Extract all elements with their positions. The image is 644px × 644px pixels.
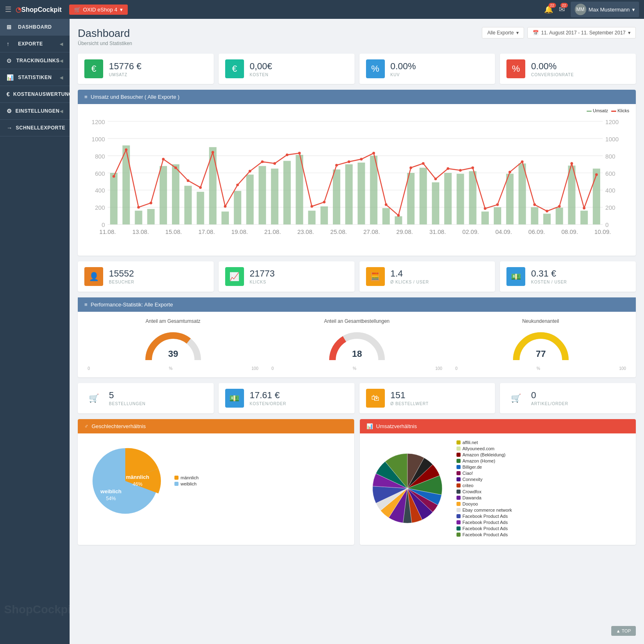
svg-text:400: 400 bbox=[606, 187, 615, 194]
svg-text:600: 600 bbox=[606, 170, 615, 177]
svg-rect-39 bbox=[333, 170, 340, 224]
besucher-label: BESUCHER bbox=[109, 280, 134, 284]
svg-point-84 bbox=[199, 186, 201, 188]
svg-rect-40 bbox=[345, 164, 353, 224]
svg-point-96 bbox=[348, 161, 350, 163]
svg-point-109 bbox=[508, 171, 511, 173]
exporte-icon: ↑ bbox=[7, 41, 15, 47]
date-range-button[interactable]: 📅 11. August 2017 - 11. September 2017 ▾ bbox=[527, 27, 636, 39]
svg-rect-50 bbox=[469, 171, 477, 224]
svg-rect-47 bbox=[432, 182, 439, 224]
bestellungen-value: 5 bbox=[109, 390, 146, 401]
bar-chart-area: 1200120010001000800800600600400400200200… bbox=[84, 115, 629, 249]
notification-badge: 22 bbox=[549, 3, 556, 8]
umsatz-pie-header: 📊 Umsatzverhältnis bbox=[360, 419, 636, 433]
svg-rect-56 bbox=[543, 214, 551, 224]
svg-text:54%: 54% bbox=[106, 496, 116, 501]
svg-point-107 bbox=[484, 207, 486, 210]
bestellwert-value: 151 bbox=[391, 390, 429, 401]
svg-text:800: 800 bbox=[95, 153, 105, 160]
metric-klicks-user: 🧮 1.4 Ø KLICKS / USER bbox=[359, 261, 495, 292]
svg-text:0: 0 bbox=[102, 222, 105, 228]
conversionrate-icon: % bbox=[506, 59, 525, 78]
svg-point-100 bbox=[397, 214, 400, 217]
svg-rect-34 bbox=[271, 169, 278, 224]
metric-besucher: 👤 15552 BESUCHER bbox=[78, 261, 214, 292]
svg-point-98 bbox=[373, 152, 375, 154]
svg-rect-59 bbox=[581, 211, 588, 224]
date-range-label: 11. August 2017 - 11. September 2017 bbox=[541, 30, 626, 36]
main-content: Dashboard Übersicht und Statistiken Alle… bbox=[70, 19, 644, 644]
svg-rect-45 bbox=[407, 173, 414, 224]
kuv-value: 0.00% bbox=[391, 61, 416, 72]
umsatz-legend-item: Facebook Product Ads bbox=[456, 520, 512, 525]
svg-point-82 bbox=[174, 166, 177, 169]
metrics-row: 👤 15552 BESUCHER 📈 21773 KLICKS 🧮 1.4 Ø … bbox=[78, 261, 636, 292]
svg-point-108 bbox=[496, 203, 499, 206]
umsatz-pie-chart bbox=[366, 447, 448, 531]
sidebar-item-statistiken[interactable]: 📊 STATISTIKEN ◀ bbox=[0, 69, 70, 86]
sidebar-label-dashboard: DASHBOARD bbox=[18, 24, 52, 30]
svg-text:600: 600 bbox=[95, 170, 105, 177]
svg-point-95 bbox=[335, 164, 338, 166]
svg-text:13.08.: 13.08. bbox=[132, 229, 149, 235]
metric-kosten-order: 💵 17.61 € KOSTEN/ORDER bbox=[219, 383, 355, 413]
svg-point-114 bbox=[570, 162, 573, 165]
sidebar-item-exporte[interactable]: ↑ EXPORTE ◀ bbox=[0, 36, 70, 52]
page-header: Dashboard Übersicht und Statistiken Alle… bbox=[78, 27, 636, 46]
svg-text:02.09.: 02.09. bbox=[462, 229, 479, 235]
svg-rect-51 bbox=[481, 211, 489, 224]
page-subtitle: Übersicht und Statistiken bbox=[78, 41, 482, 46]
conversionrate-label: CONVERSIONRATE bbox=[531, 73, 574, 77]
user-menu-button[interactable]: MM Max Mustermann ▾ bbox=[571, 2, 639, 17]
svg-point-106 bbox=[471, 166, 474, 169]
message-icon[interactable]: ✉ 22 bbox=[559, 5, 565, 14]
export-filter-button[interactable]: Alle Exporte ▾ bbox=[482, 27, 524, 39]
umsatz-legend-item: Connexity bbox=[456, 477, 512, 482]
svg-point-97 bbox=[360, 158, 362, 160]
sidebar-item-schnellexporte[interactable]: → SCHNELLEXPORTE bbox=[0, 120, 70, 136]
page-title: Dashboard bbox=[78, 27, 482, 40]
gauge-gesamtbestellungen: Anteil an Gesamtbestellungen 18 0%100 bbox=[268, 318, 445, 371]
stat-card-kosten: € 0,00€ KOSTEN bbox=[219, 54, 355, 84]
hamburger-icon[interactable]: ☰ bbox=[5, 5, 11, 14]
top-button[interactable]: ▲ TOP bbox=[611, 626, 636, 636]
sidebar-item-dashboard[interactable]: ⊞ DASHBOARD bbox=[0, 19, 70, 36]
svg-point-102 bbox=[422, 162, 424, 165]
svg-point-115 bbox=[583, 207, 585, 209]
umsatz-legend-item: Amazon (Home) bbox=[456, 458, 512, 463]
svg-point-77 bbox=[113, 175, 115, 177]
message-badge: 22 bbox=[560, 3, 568, 8]
sidebar-item-trackinglinks[interactable]: ⊙ TRACKINGLINKS ◀ bbox=[0, 52, 70, 69]
page-header-controls: Alle Exporte ▾ 📅 11. August 2017 - 11. S… bbox=[482, 27, 636, 39]
kuv-label: KUV bbox=[391, 73, 416, 77]
klicks-user-label: Ø KLICKS / USER bbox=[391, 280, 429, 284]
svg-rect-26 bbox=[172, 164, 179, 224]
svg-rect-21 bbox=[110, 173, 118, 224]
sidebar-label-kostenauswertung: KOSTENAUSWERTUNG bbox=[13, 91, 70, 97]
svg-rect-52 bbox=[494, 207, 501, 224]
stat-cards-row: € 15776 € UMSATZ € 0,00€ KOSTEN % 0.00% … bbox=[78, 54, 636, 84]
sidebar-item-kostenauswertung[interactable]: € KOSTENAUSWERTUNG bbox=[0, 86, 70, 103]
notification-bell[interactable]: 🔔 22 bbox=[544, 5, 553, 14]
svg-point-81 bbox=[162, 158, 165, 160]
sidebar-item-einstellungen[interactable]: ⚙ EINSTELLUNGEN ◀ bbox=[0, 103, 70, 120]
artikel-order-label: ARTIKEL/ORDER bbox=[531, 401, 568, 406]
svg-rect-44 bbox=[395, 216, 402, 224]
svg-rect-43 bbox=[382, 208, 390, 224]
svg-point-116 bbox=[595, 173, 598, 176]
chart-section-title: Umsatz und Besucher ( Alle Exporte ) bbox=[91, 94, 180, 100]
svg-text:06.09.: 06.09. bbox=[529, 229, 545, 235]
svg-rect-31 bbox=[234, 191, 241, 224]
svg-text:77: 77 bbox=[536, 349, 545, 359]
chart-body: Umsatz Klicks 12001200100010008008006006… bbox=[78, 104, 636, 256]
gauge-neukundenanteil-svg: 77 bbox=[508, 327, 574, 364]
svg-rect-35 bbox=[283, 161, 291, 224]
date-dropdown-icon: ▾ bbox=[628, 30, 630, 36]
umsatz-pie-card: 📊 Umsatzverhältnis affili.netAllyouneed.… bbox=[360, 419, 636, 545]
umsatz-legend-item: Allyouneed.com bbox=[456, 446, 512, 451]
legend-klicks: Klicks bbox=[611, 108, 629, 113]
svg-point-111 bbox=[533, 203, 536, 206]
svg-text:31.08.: 31.08. bbox=[429, 229, 446, 235]
shop-selector-button[interactable]: 🛒 OXID eShop 4 ▾ bbox=[69, 5, 128, 15]
